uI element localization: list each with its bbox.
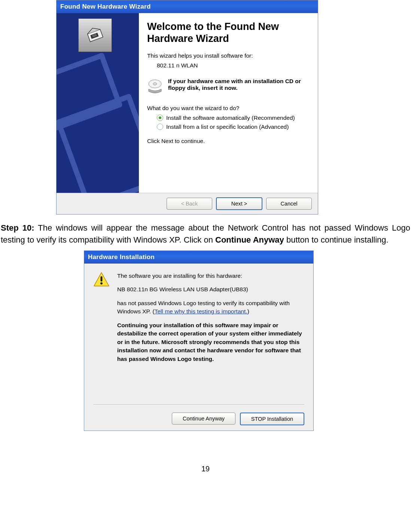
radio-auto-label: Install the software automatically (Reco… xyxy=(166,115,295,121)
separator-line xyxy=(93,404,304,405)
wizard-side-panel xyxy=(57,13,139,193)
cd-hint-text: If your hardware came with an installati… xyxy=(168,78,310,91)
install-device: NB 802.11n BG Wireless LAN USB Adapter(U… xyxy=(117,285,304,294)
wizard-intro-text: This wizard helps you install software f… xyxy=(147,52,310,59)
hardware-wizard-icon xyxy=(78,18,112,52)
install-logo-test-line: has not passed Windows Logo testing to v… xyxy=(117,299,304,316)
cd-disc-icon xyxy=(147,78,163,94)
radio-selected-icon xyxy=(157,115,163,121)
radio-unselected-icon xyxy=(157,124,163,130)
radio-install-auto[interactable]: Install the software automatically (Reco… xyxy=(157,115,310,121)
stop-installation-button[interactable]: STOP Installation xyxy=(240,413,304,425)
step-text-2: button to continue installing. xyxy=(284,235,389,244)
radio-install-list[interactable]: Install from a list or specific location… xyxy=(157,124,310,130)
continue-anyway-button[interactable]: Continue Anyway xyxy=(172,413,235,425)
wizard-heading: Welcome to the Found New Hardware Wizard xyxy=(147,21,310,45)
svg-point-10 xyxy=(100,282,103,285)
radio-list-label: Install from a list or specific location… xyxy=(166,124,289,130)
continue-anyway-bold: Continue Anyway xyxy=(215,235,284,244)
install-warning-text: Continuing your installation of this sof… xyxy=(117,321,304,363)
install-body-text: The software you are installing for this… xyxy=(117,272,304,363)
warning-icon xyxy=(93,272,110,287)
install-button-row: Continue Anyway STOP Installation xyxy=(93,413,304,425)
tell-me-why-link[interactable]: Tell me why this testing is important. xyxy=(155,308,247,314)
cancel-button[interactable]: Cancel xyxy=(266,198,312,210)
step-label: Step 10: xyxy=(1,223,34,232)
click-next-text: Click Next to continue. xyxy=(147,138,310,145)
svg-point-8 xyxy=(153,83,157,85)
wizard-button-bar: < Back Next > Cancel xyxy=(57,193,318,214)
wizard-question: What do you want the wizard to do? xyxy=(147,105,310,112)
install-title-text: Hardware Installation xyxy=(88,253,155,261)
found-new-hardware-wizard-dialog: Found New Hardware Wizard xyxy=(56,0,318,215)
wizard-title-text: Found New Hardware Wizard xyxy=(60,3,151,10)
install-line1: The software you are installing for this… xyxy=(117,272,304,280)
step-10-paragraph: Step 10: The windows will appear the mes… xyxy=(1,222,410,246)
svg-rect-9 xyxy=(101,276,103,282)
install-titlebar[interactable]: Hardware Installation xyxy=(84,251,313,264)
next-button[interactable]: Next > xyxy=(216,197,262,210)
back-button[interactable]: < Back xyxy=(167,198,212,210)
page-number: 19 xyxy=(0,465,411,473)
hardware-installation-dialog: Hardware Installation The software you a… xyxy=(84,250,314,431)
wizard-titlebar[interactable]: Found New Hardware Wizard xyxy=(57,0,318,13)
wizard-device-name: 802.11 n WLAN xyxy=(157,62,310,69)
wizard-content: Welcome to the Found New Hardware Wizard… xyxy=(139,13,318,193)
